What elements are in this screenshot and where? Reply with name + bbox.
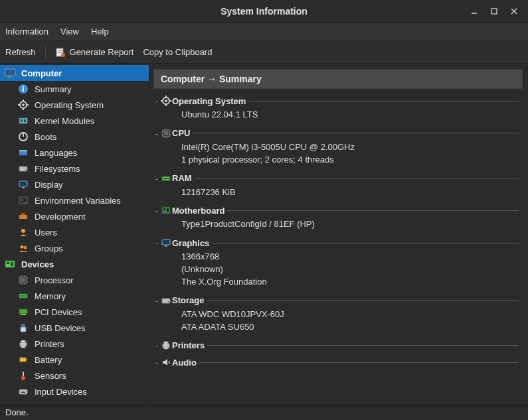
sidebar-item-label: Display (35, 180, 63, 190)
sidebar-item-boots[interactable]: Boots (0, 129, 149, 145)
expander-icon[interactable]: - (153, 239, 160, 247)
section-header[interactable]: - Storage (153, 295, 523, 306)
sidebar-item-printers[interactable]: Printers (0, 336, 149, 352)
expander-icon[interactable]: - (153, 175, 160, 182)
gear-icon (160, 96, 172, 106)
svg-point-7 (61, 53, 65, 57)
sidebar-item-label: Filesystems (35, 164, 80, 174)
svg-rect-59 (21, 340, 25, 342)
expander-icon[interactable]: - (153, 129, 160, 137)
sidebar-item-environment-variables[interactable]: >_Environment Variables (0, 192, 149, 208)
toolbar: Refresh Generate Report Copy to Clipboar… (0, 41, 528, 64)
close-button[interactable] (504, 2, 524, 21)
menu-help[interactable]: Help (91, 27, 109, 36)
sidebar-item-display[interactable]: Display (0, 176, 149, 192)
svg-text:>_: >_ (21, 198, 26, 203)
section-title: RAM (172, 173, 192, 183)
terminal-icon: >_ (17, 195, 29, 206)
copy-clipboard-button[interactable]: Copy to Clipboard (143, 47, 212, 57)
sidebar-item-operating-system[interactable]: Operating System (0, 97, 149, 113)
sidebar-item-usb-devices[interactable]: USB Devices (0, 320, 149, 336)
svg-point-36 (24, 246, 27, 249)
menu-view[interactable]: View (60, 27, 79, 36)
svg-rect-29 (22, 187, 25, 188)
statusbar: Done. (0, 405, 528, 420)
maximize-button[interactable] (484, 2, 504, 21)
sidebar-category-devices[interactable]: Devices (0, 256, 149, 272)
generate-report-button[interactable]: Generate Report (55, 47, 134, 58)
svg-point-14 (22, 104, 25, 106)
section-motherboard: - Motherboard Type1ProductConfigId / 81E… (153, 205, 523, 231)
svg-rect-68 (23, 391, 24, 391)
section-audio: - Audio (153, 357, 523, 368)
generate-report-label: Generate Report (70, 47, 134, 57)
svg-rect-67 (22, 391, 23, 391)
breadcrumb: Computer → Summary (153, 69, 523, 89)
section-title: Audio (172, 358, 197, 368)
svg-rect-19 (19, 118, 27, 123)
sections-container: - Operating System Ubuntu 22.04.1 LTS - … (153, 96, 523, 368)
svg-rect-69 (25, 391, 25, 391)
section-header[interactable]: - Operating System (153, 96, 523, 106)
input-icon (17, 386, 29, 397)
expander-icon[interactable]: - (153, 206, 160, 214)
svg-rect-8 (5, 69, 15, 76)
sidebar-item-battery[interactable]: Battery (0, 352, 149, 368)
section-body: 1366x768(Unknown)The X.Org Foundation (153, 251, 523, 289)
sidebar-item-label: Operating System (35, 100, 104, 110)
svg-rect-65 (19, 389, 27, 394)
refresh-button[interactable]: Refresh (5, 47, 36, 57)
section-header[interactable]: - Graphics (153, 238, 523, 248)
sidebar-item-kernel-modules[interactable]: Kernel Modules (0, 113, 149, 129)
close-icon (511, 8, 517, 15)
main-panel[interactable]: Computer → Summary - Operating System Ub… (149, 64, 528, 405)
sidebar-item-label: Battery (35, 355, 62, 365)
expander-icon[interactable]: - (153, 358, 160, 366)
sidebar-item-label: Sensors (35, 371, 66, 381)
sidebar-item-input-devices[interactable]: Input Devices (0, 384, 149, 399)
expander-icon[interactable]: - (153, 297, 160, 305)
sidebar-item-filesystems[interactable]: Filesystems (0, 161, 149, 176)
sidebar-item-label: Users (35, 228, 57, 238)
sidebar-item-label: Processor (35, 275, 74, 285)
section-header[interactable]: - Audio (153, 357, 523, 368)
svg-rect-61 (20, 358, 26, 362)
section-header[interactable]: - Motherboard (153, 205, 523, 216)
sidebar-item-pci-devices[interactable]: PCI Devices (0, 304, 149, 320)
svg-rect-94 (162, 240, 170, 245)
sidebar-item-users[interactable]: Users (0, 224, 149, 240)
expander-icon[interactable]: - (153, 97, 160, 105)
svg-rect-51 (21, 295, 22, 297)
sidebar-category-computer[interactable]: Computer (0, 65, 149, 81)
svg-rect-28 (19, 181, 27, 186)
section-header[interactable]: - RAM (153, 173, 523, 184)
section-body: Intel(R) Core(TM) i3-5005U CPU @ 2.00GHz… (153, 141, 523, 167)
sidebar-item-languages[interactable]: Languages (0, 145, 149, 161)
sidebar[interactable]: ComputerSummaryOperating SystemKernel Mo… (0, 64, 149, 405)
svg-rect-99 (164, 342, 168, 344)
expander-icon[interactable]: - (153, 341, 160, 349)
section-value: ATA ADATA SU650 (181, 321, 523, 334)
sidebar-item-sensors[interactable]: Sensors (0, 368, 149, 384)
sensor-icon (17, 370, 29, 381)
section-value: 1 physical processor; 2 cores; 4 threads (181, 154, 523, 167)
svg-rect-41 (21, 278, 25, 282)
svg-rect-88 (163, 178, 165, 179)
sidebar-item-label: USB Devices (35, 323, 86, 333)
tree: ComputerSummaryOperating SystemKernel Mo… (0, 65, 149, 399)
maximize-icon (491, 8, 497, 15)
menu-information[interactable]: Information (5, 27, 48, 36)
sidebar-item-label: Development (35, 212, 86, 222)
section-cpu: - CPU Intel(R) Core(TM) i3-5005U CPU @ 2… (153, 128, 523, 167)
sidebar-item-development[interactable]: Development (0, 208, 149, 224)
section-header[interactable]: - CPU (153, 128, 523, 139)
sidebar-item-label: Memory (35, 291, 66, 301)
sidebar-item-summary[interactable]: Summary (0, 81, 149, 97)
display-icon (160, 238, 172, 248)
power-icon (17, 131, 29, 142)
sidebar-item-memory[interactable]: Memory (0, 288, 149, 304)
minimize-button[interactable] (464, 2, 484, 21)
sidebar-item-groups[interactable]: Groups (0, 240, 149, 256)
sidebar-item-processor[interactable]: Processor (0, 272, 149, 288)
section-header[interactable]: - Printers (153, 340, 523, 350)
